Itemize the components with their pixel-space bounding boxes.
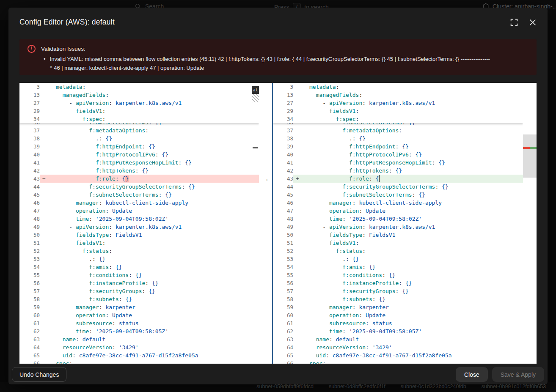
code-line[interactable]: 36 f:amiSelectorTerms: {}: [273, 123, 523, 126]
save-apply-button[interactable]: Save & Apply: [492, 367, 544, 382]
code-line[interactable]: 60 operation: Update: [273, 311, 523, 319]
deleted-char: }: [125, 175, 129, 182]
code-line[interactable]: 50 fieldsType: FieldsV1: [273, 231, 523, 239]
code-line[interactable]: 53 .: {}: [273, 255, 523, 263]
code-line[interactable]: 13 managedFields:: [273, 91, 523, 99]
yaml-diff-editor[interactable]: 36 f:amiSelectorTerms: {}37 f:metadataOp…: [19, 83, 537, 364]
code-line[interactable]: 61 subresource: status: [19, 319, 259, 327]
code-line[interactable]: 56 f:instanceProfile: {}: [19, 279, 259, 287]
line-number: 42: [273, 167, 293, 175]
code-line[interactable]: 29 fieldsV1:: [273, 107, 523, 115]
code-line[interactable]: 66spec:: [19, 359, 259, 364]
code-line[interactable]: 43+ f:role: {: [273, 175, 523, 183]
diff-pane-modified[interactable]: 36 f:amiSelectorTerms: {}37 f:metadataOp…: [273, 83, 523, 364]
code-text: f:amis: {}: [48, 263, 259, 271]
diff-marker: [293, 279, 302, 287]
code-line[interactable]: 40 f:httpProtocolIPv6: {}: [273, 151, 523, 159]
code-line[interactable]: 63 name: default: [273, 335, 523, 343]
code-line[interactable]: 62 time: '2025-09-04T09:58:05Z': [273, 327, 523, 335]
code-line[interactable]: 36 f:amiSelectorTerms: {}: [19, 123, 259, 126]
code-line[interactable]: 44 f:securityGroupSelectorTerms: {}: [273, 183, 523, 191]
line-number: 44: [19, 183, 40, 191]
undo-changes-button[interactable]: Undo Changes: [12, 367, 66, 382]
code-line[interactable]: 54 f:amis: {}: [273, 263, 523, 271]
revert-change-button[interactable]: →: [261, 174, 271, 183]
code-line[interactable]: 66spec:: [273, 359, 523, 364]
code-line[interactable]: 41 f:httpPutResponseHopLimit: {}: [273, 159, 523, 167]
code-line[interactable]: 42 f:httpTokens: {}: [273, 167, 523, 175]
code-line[interactable]: 58 f:subnets: {}: [19, 295, 259, 303]
code-line[interactable]: 27 - apiVersion: karpenter.k8s.aws/v1: [273, 99, 523, 107]
code-text: uid: c8afe97e-38cc-4f91-a767-d15f2a8fe05…: [302, 351, 523, 359]
line-number: 39: [19, 143, 40, 151]
scrollbar-slider[interactable]: [523, 134, 537, 178]
code-line[interactable]: 43− f:role: {}: [19, 175, 259, 183]
code-line[interactable]: 34 f:spec:: [273, 115, 523, 123]
code-line[interactable]: 37 f:metadataOptions:: [19, 126, 259, 134]
code-line[interactable]: 3metadata:: [19, 83, 259, 91]
code-line[interactable]: 45 f:subnetSelectorTerms: {}: [19, 191, 259, 199]
diff-sash-handle[interactable]: [272, 83, 273, 364]
code-line[interactable]: 48 time: '2025-09-04T09:58:02Z': [273, 215, 523, 223]
code-line[interactable]: 50 fieldsType: FieldsV1: [19, 231, 259, 239]
close-button[interactable]: Close: [456, 367, 488, 382]
code-line[interactable]: 49 - apiVersion: karpenter.k8s.aws/v1: [19, 223, 259, 231]
code-line[interactable]: 62 time: '2025-09-04T09:58:05Z': [19, 327, 259, 335]
code-line[interactable]: 3metadata:: [273, 83, 523, 91]
code-line[interactable]: 64 resourceVersion: '3429': [19, 343, 259, 351]
code-line[interactable]: 34 f:spec:: [19, 115, 259, 123]
code-line[interactable]: 38 .: {}: [273, 134, 523, 143]
code-line[interactable]: 41 f:httpPutResponseHopLimit: {}: [19, 159, 259, 167]
code-line[interactable]: 51 fieldsV1:: [19, 239, 259, 247]
diff-marker: [40, 199, 48, 207]
code-line[interactable]: 52 f:status:: [19, 247, 259, 255]
diff-pane-original[interactable]: 36 f:amiSelectorTerms: {}37 f:metadataOp…: [19, 83, 259, 364]
line-number: 48: [273, 215, 293, 223]
code-line[interactable]: 46 manager: kubectl-client-side-apply: [273, 199, 523, 207]
code-line[interactable]: 51 fieldsV1:: [273, 239, 523, 247]
code-line[interactable]: 49 - apiVersion: karpenter.k8s.aws/v1: [273, 223, 523, 231]
code-line[interactable]: 48 time: '2025-09-04T09:58:02Z': [19, 215, 259, 223]
code-line[interactable]: 42 f:httpTokens: {}: [19, 167, 259, 175]
validation-item: • Invalid YAML: missed comma between flo…: [44, 55, 498, 72]
code-line[interactable]: 58 f:subnets: {}: [273, 295, 523, 303]
line-number: 64: [19, 343, 40, 351]
code-line[interactable]: 38 .: {}: [19, 134, 259, 143]
code-line[interactable]: 39 f:httpEndpoint: {}: [19, 143, 259, 151]
code-line[interactable]: 37 f:metadataOptions:: [273, 126, 523, 134]
code-line[interactable]: 53 .: {}: [19, 255, 259, 263]
code-line[interactable]: 52 f:status:: [273, 247, 523, 255]
code-line[interactable]: 55 f:conditions: {}: [19, 271, 259, 279]
code-line[interactable]: 65 uid: c8afe97e-38cc-4f91-a767-d15f2a8f…: [273, 351, 523, 359]
code-line[interactable]: 61 subresource: status: [273, 319, 523, 327]
code-line[interactable]: 39 f:httpEndpoint: {}: [273, 143, 523, 151]
code-line[interactable]: 57 f:securityGroups: {}: [19, 287, 259, 295]
code-line[interactable]: 56 f:instanceProfile: {}: [273, 279, 523, 287]
code-line[interactable]: 65 uid: c8afe97e-38cc-4f91-a767-d15f2a8f…: [19, 351, 259, 359]
line-number: 37: [273, 126, 293, 134]
code-line[interactable]: 47 operation: Update: [19, 207, 259, 215]
code-line[interactable]: 29 fieldsV1:: [19, 107, 259, 115]
line-number: 65: [19, 351, 40, 359]
code-line[interactable]: 59 manager: karpenter: [19, 303, 259, 311]
fullscreen-button[interactable]: [509, 18, 519, 27]
code-line[interactable]: 27 - apiVersion: karpenter.k8s.aws/v1: [19, 99, 259, 107]
code-line[interactable]: 46 manager: kubectl-client-side-apply: [19, 199, 259, 207]
config-editor-dialog: Config Editor (AWS): default ! Validatio…: [8, 8, 548, 384]
code-line[interactable]: 60 operation: Update: [19, 311, 259, 319]
code-line[interactable]: 64 resourceVersion: '3429': [273, 343, 523, 351]
code-line[interactable]: 47 operation: Update: [273, 207, 523, 215]
code-line[interactable]: 40 f:httpProtocolIPv6: {}: [19, 151, 259, 159]
code-line[interactable]: 57 f:securityGroups: {}: [273, 287, 523, 295]
code-line[interactable]: 45 f:subnetSelectorTerms: {}: [273, 191, 523, 199]
close-dialog-button[interactable]: [528, 18, 537, 27]
line-number: 61: [273, 319, 293, 327]
code-line[interactable]: 13 managedFields:: [19, 91, 259, 99]
code-line[interactable]: 55 f:conditions: {}: [273, 271, 523, 279]
diff-marker: [40, 343, 48, 351]
code-line[interactable]: 54 f:amis: {}: [19, 263, 259, 271]
code-line[interactable]: 44 f:securityGroupSelectorTerms: {}: [19, 183, 259, 191]
code-line[interactable]: 63 name: default: [19, 335, 259, 343]
code-line[interactable]: 59 manager: karpenter: [273, 303, 523, 311]
diff-marker: [40, 223, 48, 231]
